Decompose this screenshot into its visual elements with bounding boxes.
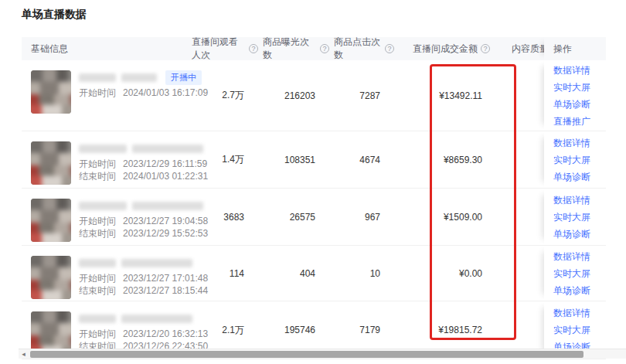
info-icon[interactable]: ? (481, 44, 490, 53)
action-session-diagnosis[interactable]: 单场诊断 (553, 96, 606, 113)
gmv-value: ¥13492.11 (399, 60, 495, 131)
table-header: 基础信息 直播间观看人次 ? 商品曝光次数 ? 商品点击次数 ? 直播间成交金额… (22, 37, 606, 60)
stream-title-blurred: 开播中 (79, 71, 208, 83)
stream-thumbnail (31, 141, 71, 185)
action-realtime-screen[interactable]: 实时大屏 (553, 321, 606, 338)
quality-cell (495, 131, 544, 188)
quality-cell (495, 189, 544, 245)
col-viewers: 直播间观看人次 ? (192, 36, 263, 62)
action-data-detail[interactable]: 数据详情 (553, 192, 606, 209)
gmv-value: ¥0.00 (399, 246, 495, 301)
horizontal-scrollbar[interactable]: ◂ (19, 349, 626, 359)
stream-basic-info: 开始时间2023/12/27 19:04:58 结束时间2023/12/29 1… (22, 189, 192, 245)
start-time-line: 开始时间2023/12/20 16:32:13 (79, 328, 208, 340)
col-exposure-label: 商品曝光次数 (263, 36, 317, 62)
exposure-value: 404 (263, 246, 334, 301)
end-time-line: 结束时间2023/12/27 18:15:44 (79, 284, 208, 297)
action-data-detail[interactable]: 数据详情 (553, 134, 606, 151)
start-time-label: 开始时间 (79, 273, 116, 284)
stream-meta: 开始时间2023/12/20 16:32:13 结束时间2023/12/26 2… (79, 311, 208, 352)
col-viewers-label: 直播间观看人次 (192, 36, 246, 62)
scroll-left-arrow-icon[interactable]: ◂ (19, 349, 29, 359)
blurred-text (132, 202, 203, 210)
start-time-line: 开始时间2024/01/03 16:17:09 (79, 87, 208, 99)
viewers-value: 1.4万 (192, 131, 263, 188)
action-session-diagnosis[interactable]: 单场诊断 (553, 282, 606, 299)
end-time-label: 结束时间 (79, 228, 116, 239)
action-realtime-screen[interactable]: 实时大屏 (553, 209, 606, 226)
stream-meta: 开始时间2023/12/29 16:11:59 结束时间2024/01/03 0… (79, 141, 209, 182)
blurred-text (79, 315, 116, 323)
end-time-line: 结束时间2023/12/29 15:52:53 (79, 227, 209, 240)
stream-title-blurred (79, 312, 208, 325)
scrollbar-thumb[interactable] (30, 351, 583, 358)
gmv-value: ¥8659.30 (399, 131, 495, 188)
action-data-detail[interactable]: 数据详情 (553, 304, 606, 321)
col-gmv-label: 直播间成交金额 (413, 43, 478, 56)
viewers-value: 3683 (192, 189, 263, 245)
col-exposure: 商品曝光次数 ? (263, 36, 334, 62)
table-row: 开播中 开始时间2024/01/03 16:17:09 2.7万 216203 … (22, 60, 606, 131)
stream-title-blurred (79, 257, 208, 269)
col-actions: 操作 (544, 37, 606, 60)
live-data-dashboard: 单场直播数据 基础信息 直播间观看人次 ? 商品曝光次数 ? 商品点击次数 ? … (0, 0, 626, 364)
table-row: 开始时间2023/12/27 19:04:58 结束时间2023/12/29 1… (22, 189, 606, 246)
action-live-promotion[interactable]: 直播推广 (553, 113, 606, 130)
col-basic-info: 基础信息 (22, 43, 192, 56)
stream-basic-info: 开始时间2023/12/29 16:11:59 结束时间2024/01/03 0… (22, 131, 192, 188)
table-row: 开始时间2023/12/29 16:11:59 结束时间2024/01/03 0… (22, 131, 606, 189)
actions-cell: 数据详情 实时大屏 单场诊断 (544, 131, 606, 188)
start-time-label: 开始时间 (79, 158, 116, 169)
viewers-value: 2.7万 (192, 60, 263, 131)
stream-title-blurred (79, 142, 209, 155)
clicks-value: 10 (334, 246, 399, 301)
action-realtime-screen[interactable]: 实时大屏 (553, 151, 606, 168)
col-gmv: 直播间成交金额 ? (399, 43, 495, 56)
stream-basic-info: 开播中 开始时间2024/01/03 16:17:09 (22, 60, 192, 131)
blurred-text (79, 73, 116, 82)
stream-basic-info: 开始时间2023/12/27 17:01:48 结束时间2023/12/27 1… (22, 246, 192, 301)
blurred-text (79, 145, 127, 153)
action-data-detail[interactable]: 数据详情 (553, 62, 606, 79)
end-time-label: 结束时间 (79, 285, 116, 296)
action-realtime-screen[interactable]: 实时大屏 (553, 79, 606, 96)
blurred-text (121, 73, 157, 82)
blurred-text (132, 145, 203, 153)
info-icon[interactable]: ? (249, 44, 258, 53)
action-data-detail[interactable]: 数据详情 (553, 248, 606, 265)
clicks-value: 967 (334, 189, 399, 245)
blurred-text (79, 259, 116, 267)
info-icon[interactable]: ? (385, 44, 394, 53)
stream-thumbnail (31, 70, 71, 114)
info-icon[interactable]: ? (320, 44, 329, 53)
live-sessions-table: 基础信息 直播间观看人次 ? 商品曝光次数 ? 商品点击次数 ? 直播间成交金额… (22, 37, 606, 359)
action-session-diagnosis[interactable]: 单场诊断 (553, 226, 606, 243)
stream-meta: 开始时间2023/12/27 17:01:48 结束时间2023/12/27 1… (79, 256, 208, 297)
clicks-value: 7287 (334, 60, 399, 131)
quality-cell (495, 60, 544, 131)
blurred-text (121, 315, 192, 323)
action-session-diagnosis[interactable]: 单场诊断 (553, 168, 606, 185)
exposure-value: 216203 (263, 60, 334, 131)
actions-cell: 数据详情 实时大屏 单场诊断 直播推广 (544, 60, 606, 131)
end-time-line: 结束时间2024/01/03 01:22:31 (79, 170, 209, 182)
stream-thumbnail (31, 256, 71, 299)
start-time-label: 开始时间 (79, 216, 116, 226)
action-realtime-screen[interactable]: 实时大屏 (553, 265, 606, 282)
col-clicks: 商品点击次数 ? (334, 36, 399, 62)
actions-cell: 数据详情 实时大屏 单场诊断 (544, 246, 606, 301)
quality-cell (495, 246, 544, 301)
col-clicks-label: 商品点击次数 (334, 36, 382, 62)
table-row: 开始时间2023/12/27 17:01:48 结束时间2023/12/27 1… (22, 246, 606, 301)
stream-thumbnail (31, 199, 71, 242)
stream-meta: 开播中 开始时间2024/01/03 16:17:09 (79, 70, 208, 99)
end-time-label: 结束时间 (79, 171, 116, 182)
col-quality: 内容质量 (495, 43, 544, 56)
blurred-text (121, 259, 192, 267)
viewers-value: 114 (192, 246, 263, 301)
exposure-value: 26575 (263, 189, 334, 245)
stream-title-blurred (79, 199, 209, 212)
actions-cell: 数据详情 实时大屏 单场诊断 (544, 189, 606, 245)
stream-meta: 开始时间2023/12/27 19:04:58 结束时间2023/12/29 1… (79, 199, 209, 240)
gmv-value: ¥1509.00 (399, 189, 495, 245)
